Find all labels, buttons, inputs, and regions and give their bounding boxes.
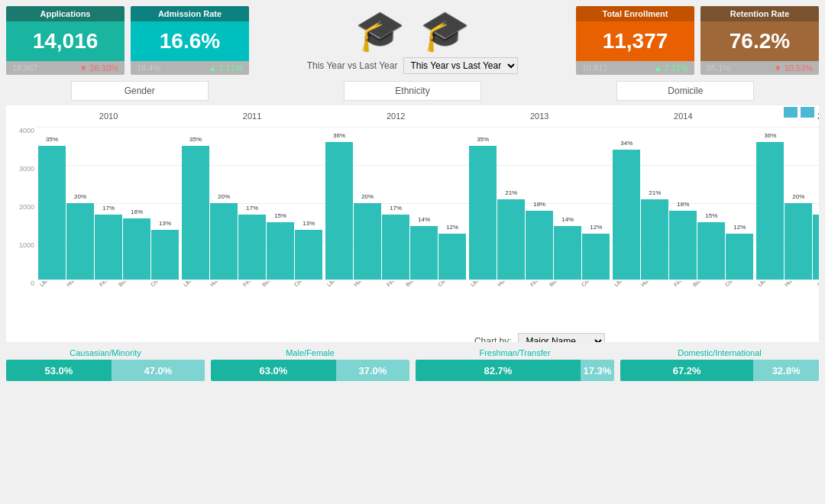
- domicile-section-btn[interactable]: Domicile: [552, 81, 819, 101]
- retention-value: 76.2%: [700, 21, 819, 61]
- bar-element: [151, 230, 179, 279]
- bars-row-2012: 36%20%17%14%12%: [325, 127, 466, 279]
- names-row-2010: Liberal ArtsHuman Reso.FinanceBusiness M…: [38, 281, 179, 327]
- split-title: Causasian/Minority: [6, 348, 205, 357]
- bar-wrap: 12%: [438, 127, 466, 279]
- bar-pct-label: 17%: [246, 205, 258, 212]
- graduation-icons: 🎓 🎓: [355, 8, 470, 54]
- year-label-2013: 2013: [530, 111, 548, 124]
- bar-element: [613, 150, 640, 279]
- retention-header: Retention Rate: [700, 6, 819, 21]
- bar-wrap: 20%: [354, 127, 381, 279]
- bar-element: [382, 215, 409, 279]
- bar-element: [582, 234, 610, 279]
- year-compare: This Year vs Last Year This Year vs Last…: [307, 57, 519, 74]
- retention-card: Retention Rate 76.2% 85.1% 10.53%: [700, 6, 819, 75]
- bar-pct-label: 18%: [533, 201, 545, 208]
- bar-wrap: 16%: [123, 127, 150, 279]
- domicile-button[interactable]: Domicile: [616, 81, 754, 101]
- bar-pct-label: 21%: [505, 189, 517, 196]
- bar-element: [497, 199, 525, 279]
- bar-pct-label: 20%: [361, 193, 374, 200]
- bar-element: [469, 146, 497, 279]
- chart-by-select[interactable]: Major Name: [518, 333, 605, 342]
- kpi-row: Applications 14,016 18,967 26.10% Admiss…: [6, 6, 819, 75]
- bar-element: [354, 203, 381, 279]
- names-row-2013: Liberal ArtsHuman Reso.FinanceBusiness M…: [469, 281, 610, 327]
- bar-element: [295, 230, 322, 279]
- gender-section-btn[interactable]: Gender: [6, 81, 273, 101]
- bar-pct-label: 15%: [705, 212, 717, 219]
- bar-element: [697, 222, 725, 279]
- y-1000: 1000: [12, 241, 34, 249]
- bar-pct-label: 35%: [189, 136, 202, 143]
- bar-pct-label: 15%: [274, 212, 286, 219]
- bar-wrap: 18%: [669, 127, 697, 279]
- bar-pct-label: 16%: [131, 208, 143, 215]
- gender-button[interactable]: Gender: [71, 81, 209, 101]
- bars-row-2013: 35%21%18%14%12%: [469, 127, 610, 279]
- bar-wrap: 12%: [582, 127, 610, 279]
- retention-footer: 85.1% 10.53%: [700, 61, 819, 75]
- bar-wrap: 20%: [210, 127, 238, 279]
- applications-value: 14,016: [6, 21, 125, 61]
- enrollment-prev: 10,612: [582, 63, 608, 73]
- chart-by-row: Chart by: Major Name: [37, 333, 819, 342]
- split-left: 67.2%: [620, 360, 753, 381]
- bar-element: [325, 142, 353, 279]
- names-row-2011: Liberal ArtsHuman Reso.FinanceBusiness M…: [182, 281, 322, 327]
- split-card-freshman-transfer: Freshman/Transfer82.7%17.3%: [416, 348, 614, 381]
- bar-wrap: 21%: [641, 127, 668, 279]
- year-group-2010: 201035%20%17%16%13%Liberal ArtsHuman Res…: [37, 111, 180, 327]
- split-bar: 82.7%17.3%: [416, 360, 614, 381]
- bar-pct-label: 17%: [102, 205, 115, 212]
- bar-pct-label: 14%: [561, 216, 574, 223]
- year-label-2014: 2014: [674, 111, 692, 124]
- bars-row-2015: 36%20%17%14%13%: [756, 127, 819, 279]
- applications-card: Applications 14,016 18,967 26.10%: [6, 6, 125, 75]
- admission-header: Admission Rate: [131, 6, 249, 21]
- split-left: 53.0%: [6, 360, 112, 381]
- retention-change: 10.53%: [774, 63, 813, 73]
- year-label-2012: 2012: [387, 111, 405, 124]
- applications-prev: 18,967: [12, 63, 38, 73]
- ethnicity-button[interactable]: Ethnicity: [344, 81, 481, 101]
- ethnicity-section-btn[interactable]: Ethnicity: [279, 81, 545, 101]
- bar-wrap: 21%: [497, 127, 525, 279]
- bar-element: [38, 146, 66, 279]
- bar-pct-label: 20%: [74, 193, 86, 200]
- bar-pct-label: 12%: [590, 224, 602, 231]
- y-2000: 2000: [12, 203, 34, 211]
- bar-element: [410, 226, 438, 279]
- bar-wrap: 20%: [66, 127, 94, 279]
- bar-pct-label: 35%: [477, 136, 489, 143]
- applications-footer: 18,967 26.10%: [6, 61, 125, 75]
- y-3000: 3000: [12, 165, 34, 173]
- split-right: 37.0%: [336, 360, 409, 381]
- years-container: 201035%20%17%16%13%Liberal ArtsHuman Res…: [37, 111, 819, 327]
- bar-wrap: 36%: [325, 127, 353, 279]
- split-bar: 67.2%32.8%: [620, 360, 819, 381]
- enrollment-footer: 10,612 7.21%: [576, 61, 694, 75]
- bar-wrap: 35%: [469, 127, 497, 279]
- bar-element: [554, 226, 581, 279]
- bars-row-2011: 35%20%17%15%13%: [182, 127, 322, 279]
- bar-element: [182, 146, 209, 279]
- year-group-2012: 201236%20%17%14%12%Liberal ArtsHuman Res…: [324, 111, 467, 327]
- bars-row-2010: 35%20%17%16%13%: [38, 127, 179, 279]
- split-right: 47.0%: [112, 360, 205, 381]
- bar-wrap: 18%: [526, 127, 553, 279]
- bar-element: [123, 218, 150, 279]
- split-title: Male/Female: [211, 348, 409, 357]
- year-group-2013: 201335%21%18%14%12%Liberal ArtsHuman Res…: [467, 111, 611, 327]
- bar-element: [726, 234, 753, 279]
- split-title: Domestic/International: [620, 348, 819, 357]
- bar-element: [813, 215, 819, 279]
- year-compare-select[interactable]: This Year vs Last Year: [403, 57, 518, 74]
- split-bar: 53.0%47.0%: [6, 360, 205, 381]
- bar-pct-label: 21%: [649, 189, 661, 196]
- admission-footer: 16.4% 1.11%: [131, 61, 249, 75]
- bar-pct-label: 36%: [764, 132, 776, 139]
- bar-element: [526, 211, 553, 279]
- bar-pct-label: 20%: [218, 193, 230, 200]
